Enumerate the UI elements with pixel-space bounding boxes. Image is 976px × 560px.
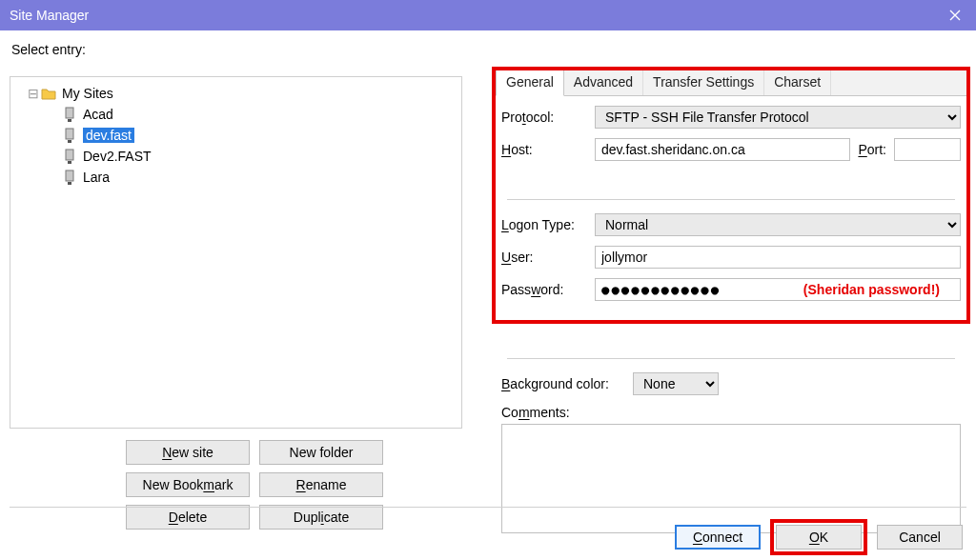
- server-icon: [62, 107, 77, 122]
- ok-button[interactable]: OK: [776, 525, 862, 550]
- tab-advanced[interactable]: Advanced: [564, 69, 643, 95]
- folder-icon: [41, 86, 56, 101]
- logon-type-select[interactable]: Normal: [595, 213, 961, 236]
- background-color-select[interactable]: None: [633, 372, 719, 395]
- host-input[interactable]: [595, 138, 850, 161]
- collapse-icon[interactable]: ⊟: [28, 86, 39, 101]
- protocol-label: Protocol:: [501, 110, 587, 125]
- tab-charset[interactable]: Charset: [764, 69, 831, 95]
- tree-root[interactable]: ⊟ My Sites: [14, 83, 458, 104]
- password-label: Password:: [501, 282, 587, 297]
- tree-root-label: My Sites: [62, 86, 113, 101]
- tree-item-label: dev.fast: [83, 128, 134, 143]
- tree-item-label: Dev2.FAST: [83, 149, 152, 164]
- comments-label: Comments:: [501, 405, 961, 420]
- select-entry-label: Select entry:: [11, 42, 966, 57]
- svg-rect-3: [68, 140, 71, 143]
- port-input[interactable]: [894, 138, 961, 161]
- divider: [507, 358, 955, 359]
- tree-item-label: Lara: [83, 170, 110, 185]
- tab-transfer-settings[interactable]: Transfer Settings: [643, 69, 764, 95]
- svg-rect-1: [68, 119, 71, 122]
- window-title: Site Manager: [10, 8, 934, 23]
- user-label: User:: [501, 250, 587, 265]
- new-site-button[interactable]: New site: [126, 440, 250, 465]
- server-icon: [62, 170, 77, 185]
- tree-item[interactable]: Acad: [14, 104, 458, 125]
- tree-item[interactable]: dev.fast: [14, 125, 458, 146]
- protocol-select[interactable]: SFTP - SSH File Transfer Protocol: [595, 106, 961, 129]
- site-tree[interactable]: ⊟ My Sites Acad dev.fast Dev2.FAST Lara: [10, 76, 462, 429]
- svg-rect-2: [66, 129, 73, 139]
- server-icon: [62, 149, 77, 164]
- svg-rect-7: [68, 182, 71, 185]
- svg-rect-0: [66, 108, 73, 118]
- svg-rect-6: [66, 170, 73, 181]
- logon-type-label: Logon Type:: [501, 217, 587, 232]
- cancel-button[interactable]: Cancel: [877, 525, 963, 550]
- tab-general[interactable]: General: [496, 69, 564, 96]
- server-icon: [62, 128, 77, 143]
- annotation-highlight-box: OK: [770, 519, 867, 555]
- divider: [507, 199, 955, 200]
- tree-item[interactable]: Dev2.FAST: [14, 146, 458, 167]
- host-label: Host:: [501, 142, 587, 157]
- titlebar[interactable]: Site Manager: [0, 0, 976, 30]
- button-bar: Connect OK Cancel: [0, 514, 976, 560]
- svg-rect-4: [66, 150, 73, 160]
- rename-button[interactable]: Rename: [259, 472, 383, 497]
- port-label: Port:: [858, 142, 886, 157]
- close-icon[interactable]: [934, 0, 976, 30]
- password-input[interactable]: [595, 278, 961, 301]
- user-input[interactable]: [595, 246, 961, 269]
- connect-button[interactable]: Connect: [675, 525, 761, 550]
- divider: [10, 507, 966, 508]
- tree-item[interactable]: Lara: [14, 167, 458, 188]
- background-color-label: Background color:: [501, 376, 625, 391]
- new-bookmark-button[interactable]: New Bookmark: [126, 472, 250, 497]
- tabs: General Advanced Transfer Settings Chars…: [496, 69, 966, 96]
- svg-rect-5: [68, 161, 71, 164]
- new-folder-button[interactable]: New folder: [259, 440, 383, 465]
- tree-item-label: Acad: [83, 107, 113, 122]
